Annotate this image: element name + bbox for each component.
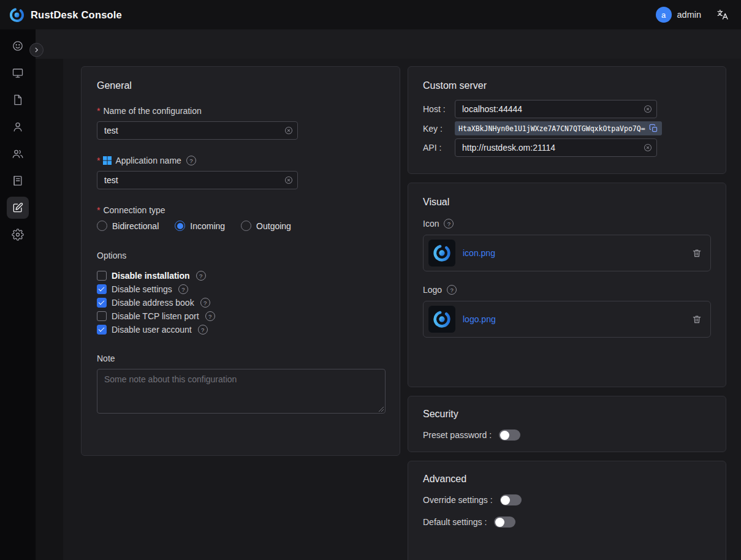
option-label: Disable settings bbox=[112, 284, 172, 294]
topbar: RustDesk Console a admin bbox=[0, 0, 741, 29]
checkbox[interactable] bbox=[97, 311, 107, 321]
host-input[interactable] bbox=[455, 100, 657, 118]
sidebar-item-groups[interactable] bbox=[7, 143, 29, 165]
clear-icon[interactable] bbox=[644, 143, 652, 152]
gear-icon bbox=[12, 229, 24, 241]
security-title: Security bbox=[423, 409, 711, 420]
note-textarea[interactable] bbox=[97, 369, 386, 414]
radio-dot[interactable] bbox=[175, 221, 185, 231]
override-settings-toggle[interactable] bbox=[500, 494, 522, 505]
logo-upload-box[interactable]: logo.png bbox=[423, 301, 711, 338]
logbook-icon bbox=[12, 175, 24, 187]
main-area: General Name of the configuration bbox=[36, 29, 741, 560]
edit-icon bbox=[12, 202, 24, 214]
delete-icon[interactable] bbox=[692, 314, 702, 324]
content: General Name of the configuration bbox=[63, 59, 741, 560]
configuration-name-input[interactable] bbox=[97, 121, 298, 140]
option-label: Disable TCP listen port bbox=[112, 311, 199, 321]
icon-label-text: Icon bbox=[423, 219, 439, 229]
checkbox[interactable] bbox=[97, 271, 107, 281]
option-label: Disable address book bbox=[112, 298, 194, 308]
document-icon bbox=[12, 94, 24, 106]
option-disable-installation[interactable]: Disable installation bbox=[97, 269, 384, 282]
logo-filename-link[interactable]: logo.png bbox=[463, 314, 496, 324]
radio-label: Outgoing bbox=[256, 221, 291, 231]
sidebar-item-logs[interactable] bbox=[7, 170, 29, 192]
sidebar-expand-button[interactable] bbox=[29, 43, 44, 57]
clear-icon[interactable] bbox=[284, 176, 293, 184]
sidebar-item-custom-clients[interactable] bbox=[7, 197, 29, 219]
required-asterisk bbox=[97, 156, 100, 165]
key-field: HtaXBkJNHyn0e1U1jWXze7A7CN7QTGWqxkOtpaVp… bbox=[455, 121, 662, 135]
checkbox[interactable] bbox=[97, 298, 107, 308]
radio-dot[interactable] bbox=[97, 221, 107, 231]
key-row: Key : HtaXBkJNHyn0e1U1jWXze7A7CN7QTGWqxk… bbox=[423, 121, 711, 135]
help-icon[interactable] bbox=[186, 156, 196, 165]
option-disable-settings[interactable]: Disable settings bbox=[97, 282, 384, 296]
user-icon bbox=[12, 121, 24, 133]
option-disable-address-book[interactable]: Disable address book bbox=[97, 296, 384, 309]
checkbox[interactable] bbox=[97, 325, 107, 335]
advanced-title: Advanced bbox=[423, 474, 711, 485]
checkbox[interactable] bbox=[97, 284, 107, 294]
radio-bidirectional[interactable]: Bidirectional bbox=[97, 221, 159, 231]
radio-label: Incoming bbox=[190, 221, 225, 231]
options-section: Options Disable installation Disable set… bbox=[97, 251, 384, 336]
translate-icon[interactable] bbox=[716, 9, 729, 21]
radio-incoming[interactable]: Incoming bbox=[175, 221, 225, 231]
username[interactable]: admin bbox=[677, 10, 702, 20]
sidebar-item-documents[interactable] bbox=[7, 89, 29, 111]
option-disable-user-account[interactable]: Disable user account bbox=[97, 323, 384, 336]
help-icon[interactable] bbox=[196, 271, 206, 281]
option-disable-tcp-listen-port[interactable]: Disable TCP listen port bbox=[97, 309, 384, 323]
advanced-card: Advanced Override settings : Default set… bbox=[408, 461, 726, 560]
sidebar-item-devices[interactable] bbox=[7, 62, 29, 84]
configuration-name-label: Name of the configuration bbox=[97, 106, 384, 116]
application-name-field bbox=[97, 171, 298, 189]
api-input[interactable] bbox=[455, 138, 657, 157]
clear-icon[interactable] bbox=[284, 126, 293, 135]
delete-icon[interactable] bbox=[692, 248, 702, 258]
options-label: Options bbox=[97, 251, 384, 260]
sidebar-item-users[interactable] bbox=[7, 116, 29, 138]
connection-type-radio-group: Bidirectional Incoming Outgoing bbox=[97, 221, 384, 231]
default-settings-label: Default settings : bbox=[423, 517, 487, 527]
clear-icon[interactable] bbox=[644, 105, 652, 113]
required-asterisk bbox=[97, 205, 100, 215]
sidebar-item-settings[interactable] bbox=[7, 224, 29, 246]
copy-icon[interactable] bbox=[649, 124, 658, 133]
icon-label: Icon bbox=[423, 219, 711, 229]
radio-outgoing[interactable]: Outgoing bbox=[241, 221, 291, 231]
default-settings-toggle[interactable] bbox=[494, 516, 515, 528]
host-label: Host : bbox=[423, 104, 455, 114]
help-icon[interactable] bbox=[205, 311, 215, 321]
icon-filename-link[interactable]: icon.png bbox=[463, 248, 495, 258]
application-name-input[interactable] bbox=[97, 171, 298, 189]
windows-logo-icon bbox=[103, 156, 112, 165]
help-icon[interactable] bbox=[200, 298, 210, 308]
radio-label: Bidirectional bbox=[112, 221, 159, 231]
sidebar-item-status[interactable] bbox=[7, 35, 29, 57]
key-value: HtaXBkJNHyn0e1U1jWXze7A7CN7QTGWqxkOtpaVp… bbox=[458, 124, 645, 133]
topbar-right: a admin bbox=[656, 7, 729, 23]
help-icon[interactable] bbox=[447, 285, 457, 295]
visual-title: Visual bbox=[423, 197, 711, 208]
option-label: Disable user account bbox=[112, 325, 192, 335]
logo-preview bbox=[428, 306, 455, 333]
logo-label: Logo bbox=[423, 285, 711, 295]
general-card-title: General bbox=[97, 80, 384, 91]
option-label: Disable installation bbox=[112, 271, 190, 281]
user-avatar[interactable]: a bbox=[656, 7, 672, 23]
preset-password-toggle[interactable] bbox=[499, 429, 520, 441]
api-row: API : bbox=[423, 138, 711, 157]
help-icon[interactable] bbox=[178, 284, 188, 294]
icon-upload-box[interactable]: icon.png bbox=[423, 235, 711, 271]
help-icon[interactable] bbox=[198, 325, 208, 335]
help-icon[interactable] bbox=[444, 219, 454, 229]
preset-password-row: Preset password : bbox=[423, 429, 711, 441]
radio-dot[interactable] bbox=[241, 221, 251, 231]
note-label: Note bbox=[97, 354, 384, 363]
right-column: Custom server Host : Key : H bbox=[408, 66, 726, 560]
users-icon bbox=[12, 148, 24, 160]
app-title: RustDesk Console bbox=[31, 9, 122, 21]
